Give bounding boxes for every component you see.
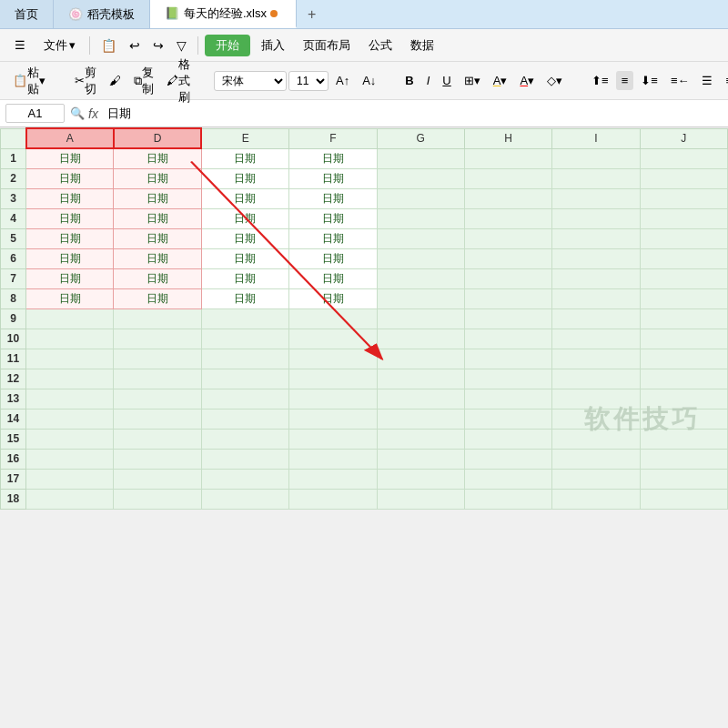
table-cell[interactable]: 日期 (201, 188, 288, 208)
cell-reference-box[interactable]: A1 (5, 104, 65, 123)
table-cell[interactable]: 日期 (114, 168, 201, 188)
table-cell[interactable] (552, 168, 640, 188)
menu-start[interactable]: 开始 (205, 35, 250, 56)
table-cell[interactable] (552, 389, 640, 409)
table-cell[interactable] (26, 369, 114, 389)
table-cell[interactable] (377, 288, 464, 308)
font-size-up-btn[interactable]: A↑ (330, 71, 355, 90)
table-cell[interactable] (114, 329, 201, 349)
paste-icon-btn[interactable]: 📋 (96, 35, 121, 56)
table-cell[interactable]: 日期 (289, 268, 377, 288)
table-cell[interactable] (464, 489, 551, 509)
table-cell[interactable] (552, 469, 640, 489)
table-cell[interactable] (464, 148, 551, 168)
table-cell[interactable] (201, 429, 288, 449)
col-header-E[interactable]: E (201, 128, 288, 148)
table-cell[interactable] (640, 288, 727, 308)
font-name-select[interactable]: 宋体 (214, 71, 287, 91)
table-cell[interactable] (26, 469, 114, 489)
table-cell[interactable] (289, 329, 377, 349)
menu-insert[interactable]: 插入 (254, 35, 292, 56)
table-cell[interactable] (377, 429, 464, 449)
table-cell[interactable]: 日期 (289, 208, 377, 228)
table-cell[interactable] (377, 248, 464, 268)
table-cell[interactable] (26, 329, 114, 349)
table-cell[interactable] (114, 489, 201, 509)
align-top-btn[interactable]: ⬆≡ (586, 71, 614, 90)
table-cell[interactable] (377, 148, 464, 168)
table-cell[interactable]: 日期 (114, 228, 201, 248)
table-cell[interactable] (464, 349, 551, 369)
table-cell[interactable] (552, 489, 640, 509)
table-cell[interactable] (552, 308, 640, 329)
table-cell[interactable] (640, 228, 727, 248)
table-cell[interactable] (640, 188, 727, 208)
table-cell[interactable] (201, 409, 288, 429)
col-header-F[interactable]: F (289, 128, 377, 148)
menu-formula[interactable]: 公式 (361, 35, 399, 56)
table-cell[interactable] (552, 429, 640, 449)
table-cell[interactable]: 日期 (26, 188, 114, 208)
table-cell[interactable] (26, 409, 114, 429)
table-cell[interactable] (201, 329, 288, 349)
table-cell[interactable] (552, 228, 640, 248)
table-cell[interactable]: 日期 (201, 228, 288, 248)
table-cell[interactable] (640, 349, 727, 369)
font-size-down-btn[interactable]: A↓ (357, 71, 381, 90)
table-cell[interactable] (289, 308, 377, 329)
table-cell[interactable]: 日期 (114, 188, 201, 208)
table-cell[interactable] (640, 409, 727, 429)
align-right-btn[interactable]: ≡→ (720, 71, 728, 90)
table-cell[interactable] (377, 308, 464, 329)
table-cell[interactable] (552, 268, 640, 288)
table-cell[interactable] (377, 409, 464, 429)
table-cell[interactable] (289, 429, 377, 449)
table-cell[interactable] (201, 489, 288, 509)
italic-button[interactable]: I (421, 71, 436, 90)
table-cell[interactable] (464, 228, 551, 248)
table-cell[interactable] (26, 308, 114, 329)
table-cell[interactable]: 日期 (26, 208, 114, 228)
table-cell[interactable]: 日期 (26, 228, 114, 248)
table-cell[interactable] (201, 469, 288, 489)
tab-template[interactable]: 🍥 稻壳模板 (54, 0, 150, 28)
table-cell[interactable] (114, 409, 201, 429)
table-cell[interactable] (114, 369, 201, 389)
table-cell[interactable] (377, 329, 464, 349)
table-cell[interactable]: 日期 (114, 268, 201, 288)
more-icon-btn[interactable]: ▽ (172, 35, 191, 56)
menu-data[interactable]: 数据 (403, 35, 441, 56)
tab-add-button[interactable]: + (297, 0, 327, 28)
table-cell[interactable] (377, 389, 464, 409)
table-cell[interactable]: 日期 (201, 268, 288, 288)
table-cell[interactable]: 日期 (114, 248, 201, 268)
table-cell[interactable]: 日期 (201, 208, 288, 228)
table-cell[interactable] (464, 409, 551, 429)
table-cell[interactable]: 日期 (26, 148, 114, 168)
table-cell[interactable] (377, 228, 464, 248)
redo-btn[interactable]: ↪ (148, 35, 168, 56)
table-cell[interactable] (640, 389, 727, 409)
table-cell[interactable] (289, 469, 377, 489)
table-cell[interactable] (377, 469, 464, 489)
font-size-select[interactable]: 11 (288, 71, 329, 91)
table-cell[interactable] (552, 248, 640, 268)
table-cell[interactable] (26, 449, 114, 469)
menu-icon-lines[interactable]: ☰ (7, 35, 33, 55)
table-cell[interactable] (377, 369, 464, 389)
table-cell[interactable] (377, 489, 464, 509)
align-left-btn[interactable]: ≡← (665, 71, 695, 90)
table-cell[interactable]: 日期 (201, 288, 288, 308)
table-cell[interactable] (26, 429, 114, 449)
table-cell[interactable] (552, 449, 640, 469)
table-cell[interactable] (114, 349, 201, 369)
table-cell[interactable] (201, 308, 288, 329)
table-cell[interactable] (201, 449, 288, 469)
table-cell[interactable] (114, 469, 201, 489)
table-cell[interactable] (464, 469, 551, 489)
bold-button[interactable]: B (399, 71, 419, 90)
table-cell[interactable]: 日期 (289, 148, 377, 168)
table-cell[interactable] (114, 308, 201, 329)
table-cell[interactable] (640, 208, 727, 228)
table-cell[interactable] (377, 188, 464, 208)
